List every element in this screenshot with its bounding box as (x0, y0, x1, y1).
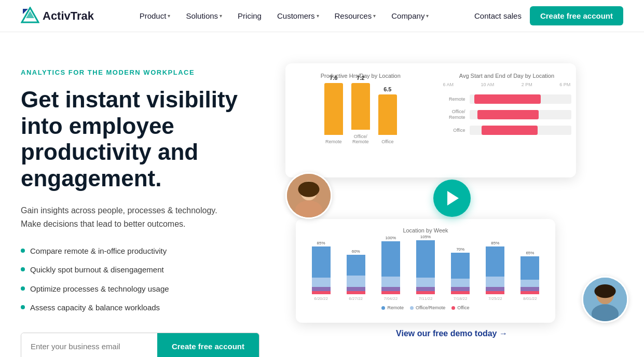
play-icon (447, 191, 459, 205)
list-item: Assess capacity & balance workloads (21, 302, 259, 314)
hero-section: ANALYTICS FOR THE MODERN WORKPLACE Get i… (0, 32, 644, 357)
legend-label: Office/Remote (416, 305, 445, 310)
bar-group-remote: 7.6 Remote (324, 75, 343, 144)
bar-segment (451, 287, 470, 291)
bar-group-office-remote: 7.2 Office/Remote (351, 75, 370, 144)
svg-point-5 (298, 182, 319, 197)
hero-right: Productive Hrs/Day by Location 7.6 Remot… (280, 63, 623, 333)
nav-pricing[interactable]: Pricing (231, 7, 268, 24)
dashboard-container: Productive Hrs/Day by Location 7.6 Remot… (280, 63, 623, 333)
legend-dot-office (451, 306, 455, 310)
logo[interactable]: ActivTrak (21, 7, 94, 25)
stacked-bar-wrap (416, 240, 435, 294)
logo-icon (21, 7, 39, 25)
stacked-pct: 85% (317, 241, 325, 245)
bar (351, 83, 370, 130)
bullet-icon (21, 305, 25, 309)
bar-segment (486, 287, 504, 291)
stacked-pct: 65% (526, 251, 534, 255)
bar-segment (381, 241, 400, 277)
bar-segment (416, 240, 435, 278)
gantt-row-label: Office/Remote (442, 109, 465, 120)
bar-segment (347, 255, 365, 276)
bar-group-office: 6.5 Office (378, 86, 397, 144)
hero-cta-form: Create free account (21, 333, 259, 357)
avatar-woman (285, 172, 332, 219)
gantt-bar-container (470, 94, 572, 104)
bar-segment (312, 291, 331, 294)
demo-link: View our free demo today → (396, 329, 508, 338)
legend-label: Office (457, 305, 469, 310)
time-label: 6 PM (559, 82, 570, 87)
gantt-row-label: Office (442, 128, 465, 133)
bar (324, 83, 343, 135)
bar-chart-left: Productive Hrs/Day by Location 7.6 Remot… (296, 73, 426, 170)
demo-link-anchor[interactable]: View our free demo today → (396, 329, 508, 338)
nav-customers[interactable]: Customers ▾ (271, 7, 325, 24)
hero-eyebrow: ANALYTICS FOR THE MODERN WORKPLACE (21, 68, 259, 76)
nav-create-account-button[interactable]: Create free account (530, 6, 623, 25)
hero-left: ANALYTICS FOR THE MODERN WORKPLACE Get i… (21, 63, 280, 357)
bar-segment (451, 291, 470, 294)
hero-bullets: Compare remote & in-office productivity … (21, 245, 259, 314)
bar-segment (451, 279, 470, 287)
stacked-bar-wrap (451, 253, 470, 294)
time-label: 2 PM (522, 82, 532, 87)
stacked-date: 6/27/22 (349, 296, 363, 301)
contact-sales-link[interactable]: Contact sales (474, 11, 522, 20)
stacked-pct: 60% (352, 249, 360, 254)
bar-value: 7.6 (330, 75, 337, 81)
stacked-date: 7/25/22 (488, 296, 502, 301)
gantt-chart: Remote Office/Remote Offic (442, 89, 572, 135)
cta-create-account-button[interactable]: Create free account (157, 333, 259, 357)
stacked-pct: 85% (491, 241, 499, 245)
bar-chart: 7.6 Remote 7.2 Office/Remote 6.5 (296, 82, 426, 144)
bar-segment (347, 291, 365, 294)
legend-item-remote: Remote (381, 305, 404, 310)
svg-point-10 (592, 304, 619, 323)
bar-segment (312, 287, 331, 291)
location-week-card: Location by Week 85% 6/20/22 (296, 219, 555, 323)
stacked-pct: 70% (456, 247, 464, 252)
stacked-date: 6/20/22 (314, 296, 328, 301)
avatar-man-image (583, 278, 627, 321)
bar-label: Office (381, 139, 393, 144)
bar-segment (381, 291, 400, 294)
company-chevron-icon: ▾ (426, 13, 429, 19)
nav-resources[interactable]: Resources ▾ (328, 7, 382, 24)
nav-product[interactable]: Product ▾ (133, 7, 177, 24)
bar-segment (486, 246, 504, 277)
gantt-bar (474, 94, 541, 104)
stacked-col: 70% 7/18/22 (446, 247, 475, 301)
bar-segment (381, 287, 400, 291)
bullet-icon (21, 286, 25, 291)
stacked-bar-wrap (381, 241, 400, 294)
play-button[interactable] (433, 180, 471, 217)
avatar-woman-image (287, 174, 331, 217)
bar-segment (520, 291, 539, 294)
bar (378, 94, 397, 135)
nav-company[interactable]: Company ▾ (385, 7, 435, 24)
stacked-col: 85% 6/20/22 (306, 241, 336, 301)
bar-segment (416, 278, 435, 287)
customers-chevron-icon: ▾ (317, 13, 319, 19)
bar-segment (520, 287, 539, 291)
email-input[interactable] (21, 333, 157, 357)
nav-solutions[interactable]: Solutions ▾ (180, 7, 228, 24)
gantt-row-office: Office (442, 126, 572, 135)
hero-headline: Get instant visibility into employee pro… (21, 87, 259, 191)
hero-subtext: Gain insights across people, processes &… (21, 204, 259, 230)
nav-links: Product ▾ Solutions ▾ Pricing Customers … (133, 7, 435, 24)
bar-label: Remote (325, 139, 342, 144)
bar-segment (416, 291, 435, 294)
list-item: Quickly spot burnout & disengagement (21, 264, 259, 276)
bar-segment (520, 280, 539, 287)
stacked-date: 7/18/22 (454, 296, 468, 301)
bar-segment (520, 256, 539, 280)
bullet-icon (21, 267, 25, 271)
stacked-col: 60% 6/27/22 (341, 249, 371, 301)
stacked-bar-wrap (486, 246, 504, 294)
bar-label: Office/Remote (352, 134, 369, 144)
bar-segment (347, 287, 365, 291)
stacked-bar-wrap (347, 255, 365, 294)
